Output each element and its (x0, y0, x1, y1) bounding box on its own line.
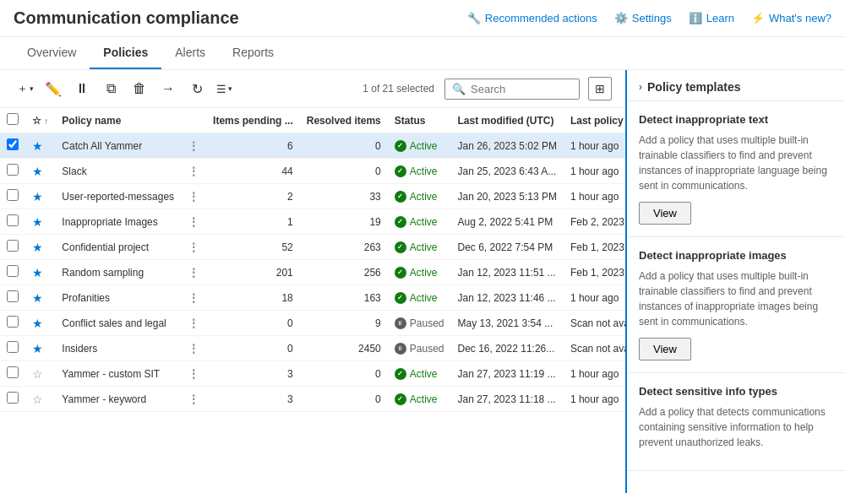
tab-overview[interactable]: Overview (14, 37, 90, 69)
star-filled-icon[interactable]: ★ (32, 241, 43, 254)
row-checkbox[interactable] (7, 164, 19, 176)
row-checkbox[interactable] (7, 290, 19, 302)
row-dots-cell[interactable]: ⋮ (181, 336, 206, 361)
status-header[interactable]: Status (388, 108, 451, 133)
export-button[interactable]: → (155, 77, 181, 100)
row-dots-cell[interactable]: ⋮ (181, 361, 206, 387)
row-star-cell[interactable]: ★ (25, 235, 55, 260)
tab-policies[interactable]: Policies (90, 37, 161, 69)
row-star-cell[interactable]: ★ (25, 336, 55, 361)
row-checkbox-cell[interactable] (0, 209, 25, 235)
columns-button[interactable]: ☰ ▾ (213, 77, 236, 100)
row-dots-cell[interactable]: ⋮ (181, 209, 206, 235)
select-all-checkbox[interactable] (7, 113, 19, 125)
template-view-button[interactable]: View (639, 338, 691, 360)
star-empty-icon[interactable]: ☆ (32, 393, 43, 406)
row-star-cell[interactable]: ★ (25, 133, 55, 159)
row-context-menu-icon[interactable]: ⋮ (188, 367, 199, 381)
row-checkbox-cell[interactable] (0, 285, 25, 311)
star-filled-icon[interactable]: ★ (32, 342, 43, 355)
row-star-cell[interactable]: ★ (25, 285, 55, 311)
star-sort-header[interactable]: ☆ ↑ (25, 108, 55, 133)
row-context-menu-icon[interactable]: ⋮ (188, 139, 199, 153)
star-filled-icon[interactable]: ★ (32, 317, 43, 330)
row-dots-cell[interactable]: ⋮ (181, 311, 206, 336)
table-row: ☆ Yammer - keyword ⋮ 3 0 Active Jan 27, … (0, 387, 625, 412)
last-modified-header[interactable]: Last modified (UTC) (451, 108, 564, 133)
row-checkbox-cell[interactable] (0, 159, 25, 184)
learn-link[interactable]: ℹ️ Learn (689, 12, 734, 24)
row-context-menu-icon[interactable]: ⋮ (188, 241, 199, 254)
row-star-cell[interactable]: ☆ (25, 387, 55, 412)
star-filled-icon[interactable]: ★ (32, 139, 43, 153)
star-empty-icon[interactable]: ☆ (32, 367, 43, 381)
row-star-cell[interactable]: ★ (25, 184, 55, 209)
whats-new-link[interactable]: ⚡ What's new? (751, 12, 831, 24)
tab-alerts[interactable]: Alerts (161, 37, 219, 69)
row-checkbox-cell[interactable] (0, 133, 25, 159)
row-checkbox-cell[interactable] (0, 235, 25, 260)
row-checkbox[interactable] (7, 316, 19, 328)
row-context-menu-icon[interactable]: ⋮ (188, 165, 199, 178)
items-pending-header[interactable]: Items pending ... (206, 108, 300, 133)
row-checkbox-cell[interactable] (0, 260, 25, 285)
row-star-cell[interactable]: ★ (25, 159, 55, 184)
copy-button[interactable]: ⧉ (98, 77, 123, 100)
row-checkbox[interactable] (7, 392, 19, 404)
resolved-items-header[interactable]: Resolved items (300, 108, 388, 133)
star-filled-icon[interactable]: ★ (32, 291, 43, 305)
row-context-menu-icon[interactable]: ⋮ (188, 317, 199, 330)
tab-reports[interactable]: Reports (219, 37, 287, 69)
row-checkbox[interactable] (7, 341, 19, 353)
refresh-button[interactable]: ↻ (184, 77, 210, 100)
recommended-actions-link[interactable]: 🔧 Recommended actions (467, 12, 597, 24)
row-dots-cell[interactable]: ⋮ (181, 184, 206, 209)
star-filled-icon[interactable]: ★ (32, 190, 43, 203)
resolved-count-cell: 19 (300, 209, 388, 235)
star-filled-icon[interactable]: ★ (32, 215, 43, 229)
row-checkbox[interactable] (7, 189, 19, 201)
row-star-cell[interactable]: ★ (25, 209, 55, 235)
row-context-menu-icon[interactable]: ⋮ (188, 342, 199, 355)
row-context-menu-icon[interactable]: ⋮ (188, 266, 199, 279)
row-checkbox-cell[interactable] (0, 361, 25, 387)
row-checkbox-cell[interactable] (0, 336, 25, 361)
row-star-cell[interactable]: ☆ (25, 361, 55, 387)
row-checkbox[interactable] (7, 366, 19, 378)
settings-link[interactable]: ⚙️ Settings (614, 12, 672, 24)
search-input[interactable] (471, 83, 564, 95)
row-context-menu-icon[interactable]: ⋮ (188, 215, 199, 229)
row-dots-cell[interactable]: ⋮ (181, 159, 206, 184)
row-checkbox[interactable] (7, 214, 19, 226)
add-button[interactable]: ＋ ▾ (14, 77, 37, 100)
delete-button[interactable]: 🗑 (127, 77, 152, 100)
resolved-count-cell: 263 (300, 235, 388, 260)
edit-button[interactable]: ✏️ (41, 77, 66, 100)
pause-button[interactable]: ⏸ (69, 77, 95, 100)
star-filled-icon[interactable]: ★ (32, 266, 43, 279)
view-toggle-button[interactable]: ⊞ (588, 77, 612, 100)
row-checkbox[interactable] (7, 265, 19, 277)
row-checkbox[interactable] (7, 138, 19, 150)
row-dots-cell[interactable]: ⋮ (181, 133, 206, 159)
templates-chevron-icon[interactable]: › (639, 81, 642, 93)
row-star-cell[interactable]: ★ (25, 260, 55, 285)
row-checkbox-cell[interactable] (0, 387, 25, 412)
star-filled-icon[interactable]: ★ (32, 165, 43, 178)
row-checkbox[interactable] (7, 240, 19, 252)
row-dots-cell[interactable]: ⋮ (181, 260, 206, 285)
search-box[interactable]: 🔍 (444, 79, 580, 100)
row-checkbox-cell[interactable] (0, 311, 25, 336)
select-all-header[interactable] (0, 108, 25, 133)
row-star-cell[interactable]: ★ (25, 311, 55, 336)
row-context-menu-icon[interactable]: ⋮ (188, 190, 199, 203)
row-context-menu-icon[interactable]: ⋮ (188, 393, 199, 406)
policy-name-header[interactable]: Policy name (55, 108, 181, 133)
row-dots-cell[interactable]: ⋮ (181, 285, 206, 311)
row-dots-cell[interactable]: ⋮ (181, 235, 206, 260)
row-checkbox-cell[interactable] (0, 184, 25, 209)
template-view-button[interactable]: View (639, 202, 691, 225)
last-policy-header[interactable]: Last policy s (564, 108, 625, 133)
row-context-menu-icon[interactable]: ⋮ (188, 291, 199, 305)
row-dots-cell[interactable]: ⋮ (181, 387, 206, 412)
